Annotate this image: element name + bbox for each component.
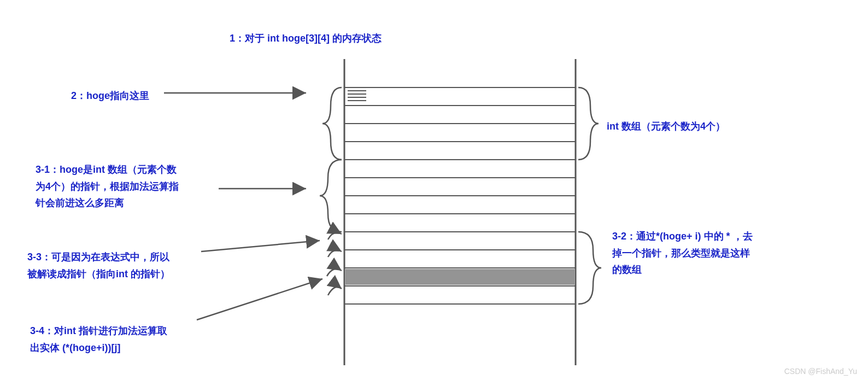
svg-line-22 — [201, 241, 320, 252]
brace-left-group2 — [320, 160, 342, 232]
svg-line-23 — [197, 279, 322, 320]
brace-left-group1 — [322, 87, 342, 160]
svg-rect-15 — [345, 269, 574, 285]
brace-right-group3 — [578, 232, 601, 304]
brace-right-group1 — [578, 87, 599, 160]
memory-diagram-svg — [0, 0, 868, 380]
